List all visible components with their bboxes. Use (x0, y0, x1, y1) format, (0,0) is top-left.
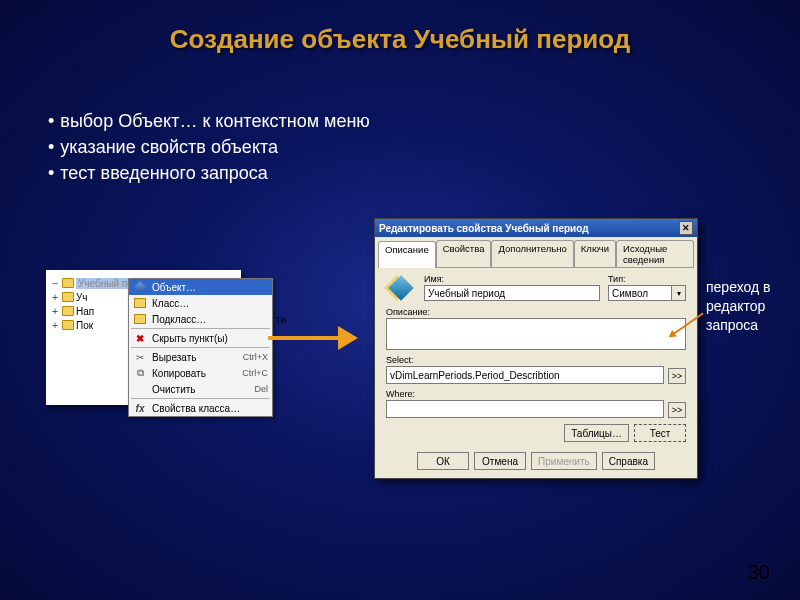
select-field[interactable]: vDimLearnPeriods.Period_Describtion (386, 366, 664, 384)
page-number: 30 (748, 561, 770, 584)
menu-item-object[interactable]: Объект… (129, 279, 272, 295)
slide-title: Создание объекта Учебный период (0, 0, 800, 55)
twisty-icon[interactable]: + (50, 306, 60, 317)
folder-icon (133, 297, 147, 309)
tab-description[interactable]: Описание (378, 241, 436, 268)
bullet-2: указание свойств объекта (60, 134, 278, 160)
cancel-button[interactable]: Отмена (474, 452, 526, 470)
twisty-icon[interactable]: + (50, 320, 60, 331)
menu-separator (131, 347, 270, 348)
bullet-list: •выбор Объект… к контекстном меню •указа… (48, 108, 370, 186)
menu-separator (131, 398, 270, 399)
dialog-titlebar[interactable]: Редактировать свойства Учебный период ✕ (375, 219, 697, 237)
select-expand-button[interactable]: >> (668, 368, 686, 384)
twisty-icon[interactable]: − (50, 278, 60, 289)
menu-item-subclass[interactable]: Подкласс…ти (129, 311, 272, 327)
menu-item-clear[interactable]: ОчиститьDel (129, 381, 272, 397)
menu-item-class-props[interactable]: fxСвойства класса… (129, 400, 272, 416)
blank-icon (133, 383, 147, 395)
scissors-icon: ✂ (133, 351, 147, 363)
where-field[interactable] (386, 400, 664, 418)
help-button[interactable]: Справка (602, 452, 655, 470)
folder-icon (62, 306, 74, 316)
bullet-1: выбор Объект… к контекстном меню (60, 108, 370, 134)
folder-icon (62, 292, 74, 302)
tab-additional[interactable]: Дополнительно (491, 240, 573, 267)
menu-separator (131, 328, 270, 329)
close-button[interactable]: ✕ (679, 221, 693, 235)
ok-button[interactable]: ОК (417, 452, 469, 470)
close-icon: ✖ (133, 332, 147, 344)
copy-icon: ⧉ (133, 367, 147, 379)
name-field[interactable]: Учебный период (424, 285, 600, 301)
menu-item-copy[interactable]: ⧉КопироватьCtrl+C (129, 365, 272, 381)
bullet-3: тест введенного запроса (60, 160, 267, 186)
menu-item-cut[interactable]: ✂ВырезатьCtrl+X (129, 349, 272, 365)
type-label: Тип: (608, 274, 686, 284)
description-field[interactable] (386, 318, 686, 350)
fx-icon: fx (133, 402, 147, 414)
menu-item-class[interactable]: Класс… (129, 295, 272, 311)
type-combo[interactable]: Символ ▾ (608, 285, 686, 301)
folder-icon (62, 320, 74, 330)
where-label: Where: (386, 389, 664, 399)
twisty-icon[interactable]: + (50, 292, 60, 303)
tables-button[interactable]: Таблицы… (564, 424, 629, 442)
folder-icon (62, 278, 74, 288)
dialog-title: Редактировать свойства Учебный период (379, 223, 679, 234)
object-icon (386, 274, 416, 302)
folder-icon (133, 313, 147, 325)
select-label: Select: (386, 355, 664, 365)
properties-dialog: Редактировать свойства Учебный период ✕ … (374, 218, 698, 479)
test-button[interactable]: Тест (634, 424, 686, 442)
tab-pane: Имя: Учебный период Тип: Символ ▾ Описан… (378, 267, 694, 446)
menu-item-hide[interactable]: ✖Скрыть пункт(ы) (129, 330, 272, 346)
name-label: Имя: (424, 274, 600, 284)
arrow-icon (268, 326, 358, 350)
where-expand-button[interactable]: >> (668, 402, 686, 418)
tab-source[interactable]: Исходные сведения (616, 240, 694, 267)
cube-icon (133, 281, 147, 293)
tab-keys[interactable]: Ключи (574, 240, 616, 267)
apply-button[interactable]: Применить (531, 452, 597, 470)
tab-bar: Описание Свойства Дополнительно Ключи Ис… (375, 237, 697, 267)
dialog-footer: ОК Отмена Применить Справка (375, 446, 697, 478)
tab-properties[interactable]: Свойства (436, 240, 492, 267)
chevron-down-icon[interactable]: ▾ (672, 285, 686, 301)
description-label: Описание: (386, 307, 686, 317)
context-menu: Объект… Класс… Подкласс…ти ✖Скрыть пункт… (128, 278, 273, 417)
annotation-text: переход в редактор запроса (706, 278, 800, 335)
tree-panel: −Учебный период +Уч +Нап +Пок Объект… Кл… (46, 270, 241, 405)
